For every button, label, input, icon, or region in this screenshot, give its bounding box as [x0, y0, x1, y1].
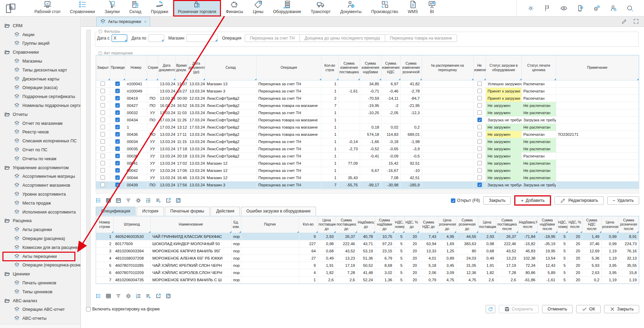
sidebar-item-реестр-чеков[interactable]: Реестр чеков: [0, 128, 81, 137]
sidebar-item-crm[interactable]: CRM: [0, 21, 81, 30]
sidebar-item-магазины[interactable]: Магазины: [0, 57, 81, 66]
add-button[interactable]: +Добавить: [515, 196, 550, 205]
row-checkbox[interactable]: [115, 168, 120, 173]
row-checkbox[interactable]: [115, 125, 120, 129]
sidebar-item-операции-(касса)[interactable]: Операции (касса): [0, 84, 81, 92]
column-header[interactable]: Дата документа: [158, 55, 175, 80]
row-checkbox[interactable]: [101, 175, 105, 180]
tab-close-icon[interactable]: ×: [144, 20, 146, 24]
spec-row[interactable]: 34810206003394МОРОЖЕНОЕ КАПРИЗ ВАНИЛЬ 95…: [96, 247, 639, 254]
sidebar-item-дисконтные-карты[interactable]: Дисконтные карты: [0, 75, 81, 84]
table-row[interactable]: 00439ПО13.03.2417:5613.03.24Магазин 3Пер…: [96, 181, 639, 188]
doc-table-horizontal-scrollbar[interactable]: [96, 190, 639, 194]
column-header[interactable]: НДС, % до: [404, 216, 419, 233]
eye-icon[interactable]: [560, 4, 568, 12]
table-row[interactable]: 117.03.2413:1217.03.24ЛюксСофтТрейд2Пере…: [96, 123, 639, 131]
sidebar-item-типы-ценников[interactable]: Типы ценников: [0, 287, 81, 296]
toolbar-item-prices[interactable]: $Цены: [248, 0, 268, 17]
row-checkbox[interactable]: [101, 132, 105, 136]
save-button[interactable]: Сохранить: [499, 305, 539, 313]
user-lock-icon[interactable]: [610, 4, 617, 12]
cancel-button[interactable]: Отменить: [542, 305, 573, 313]
sidebar-item-отчеты[interactable]: Отчеты: [0, 110, 81, 119]
sidebar-horizontal-scrollbar[interactable]: [0, 324, 80, 328]
row-checkbox[interactable]: [115, 175, 120, 180]
table-row[interactable]: 00436ПО13.03.2417:1113.03.24ЛюксСофтТрей…: [96, 131, 639, 138]
toolbar-item-finance[interactable]: Финансы: [221, 0, 248, 17]
sidebar-item-места-продаж[interactable]: Места продаж: [0, 199, 81, 208]
table-row[interactable]: 00419ПО13.03.2400:0012.03.24ЛюксСофтТрей…: [96, 95, 639, 102]
row-checkbox[interactable]: [101, 125, 105, 129]
brightness-icon[interactable]: [527, 4, 535, 12]
column-header[interactable]: Сумма изменения розничной: [400, 55, 422, 80]
column-header[interactable]: Цена розничная: [601, 216, 619, 233]
filter-icon[interactable]: [126, 198, 131, 203]
edit-pencil-icon[interactable]: [621, 18, 627, 24]
list-icon[interactable]: [96, 293, 101, 299]
row-checkbox[interactable]: [101, 118, 105, 122]
refresh-icon[interactable]: [176, 198, 181, 203]
grid-icon[interactable]: [106, 293, 111, 299]
row-checkbox[interactable]: [477, 139, 482, 144]
form-correction-checkbox[interactable]: [86, 307, 91, 311]
row-checkbox[interactable]: [101, 96, 105, 100]
toolbar-item-wms[interactable]: WMS: [403, 0, 423, 17]
row-checkbox[interactable]: [101, 103, 105, 108]
row-checkbox[interactable]: [101, 139, 105, 144]
row-checkbox[interactable]: [477, 89, 482, 93]
toolbar-item-purchases[interactable]: Закупки: [100, 0, 125, 17]
spec-row[interactable]: 54607807010285ЧАЙ ХЭЙЛИС КРЕПКИЙ СЛОН ЧЕ…: [96, 262, 639, 269]
spec-tab-1[interactable]: Спецификация: [96, 207, 136, 216]
date-from-input[interactable]: X: [112, 34, 127, 42]
table-row[interactable]: 00038УУ13.03.2420:1813.03.24ЛюксСофтТрей…: [96, 152, 639, 160]
date-to-input[interactable]: [148, 34, 164, 42]
row-checkbox[interactable]: [477, 183, 482, 187]
sidebar-item-списания-испорченных-пс[interactable]: Списания испорченных ПС: [0, 136, 81, 145]
spec-tab-5[interactable]: Ошибки загрузки в оборудование: [241, 207, 316, 216]
column-header[interactable]: НДС, номер: [394, 216, 404, 233]
toolbar-item-transport[interactable]: Транспорт: [306, 0, 336, 17]
sidebar-item-расценка[interactable]: Расценка: [0, 217, 81, 226]
operation-option-button-2[interactable]: Дооценка до цены последнего прихода: [299, 34, 385, 42]
column-header[interactable]: Закрыт: [96, 55, 110, 80]
sidebar-item-акции[interactable]: Акции: [0, 30, 81, 39]
column-header[interactable]: Время докум.: [175, 55, 188, 80]
column-header[interactable]: Сумма изменения надбавки: [360, 55, 381, 80]
row-checkbox[interactable]: [115, 103, 120, 108]
table-row[interactable]: 00035УУ13.03.2417:1813.03.24ЛюксСофтТрей…: [96, 145, 639, 152]
column-header[interactable]: Сумма розничная до: [456, 216, 478, 233]
column-header[interactable]: Ед. изм.: [231, 216, 241, 233]
settings-gears-icon[interactable]: [593, 4, 601, 12]
edit-button[interactable]: Редактировать: [555, 196, 603, 205]
column-header[interactable]: Сумма поставщика после: [496, 216, 518, 233]
column-header[interactable]: Цена поставщика до: [318, 216, 336, 233]
sidebar-item-подарочные-сертификаты[interactable]: Подарочные сертификаты: [0, 92, 81, 101]
column-header[interactable]: Номер строки: [96, 216, 113, 233]
refresh-icon[interactable]: [166, 293, 171, 299]
row-checkbox[interactable]: [101, 110, 105, 115]
sidebar-item-abc-отчеты[interactable]: ABC-отчеты: [0, 314, 81, 323]
row-checkbox[interactable]: [101, 161, 105, 165]
toolbar-item-equipment[interactable]: Оборудование: [268, 0, 306, 17]
list-icon[interactable]: [96, 198, 101, 203]
spec-tab-2[interactable]: История: [137, 207, 164, 216]
flag-icon[interactable]: [543, 4, 551, 12]
expand-icon[interactable]: [633, 18, 639, 24]
open-f6-checkbox[interactable]: [451, 198, 455, 203]
toolbar-item-production[interactable]: Производство: [366, 0, 403, 17]
toolbar-item-warehouse[interactable]: Склад: [125, 0, 146, 17]
ok-button[interactable]: ОК: [576, 305, 601, 313]
sidebar-item-ассортимент-магазинов[interactable]: Ассортимент магазинов: [0, 181, 81, 190]
listplus-icon[interactable]: [146, 293, 151, 299]
row-checkbox[interactable]: [115, 154, 120, 158]
collapse-icon[interactable]: [98, 51, 102, 55]
column-header[interactable]: Дата документа (до): [188, 55, 205, 80]
row-checkbox[interactable]: [477, 125, 482, 129]
row-checkbox[interactable]: [101, 168, 105, 173]
operation-option-button-3[interactable]: Переоценка товара на магазине: [385, 34, 457, 42]
row-checkbox[interactable]: [115, 161, 120, 165]
column-header[interactable]: Кол-во строк: [321, 55, 338, 80]
row-checkbox[interactable]: [101, 81, 105, 86]
sidebar-item-операции-abc-отчет[interactable]: Операции ABC-отчет: [0, 305, 81, 314]
column-header[interactable]: Операция: [256, 55, 321, 80]
